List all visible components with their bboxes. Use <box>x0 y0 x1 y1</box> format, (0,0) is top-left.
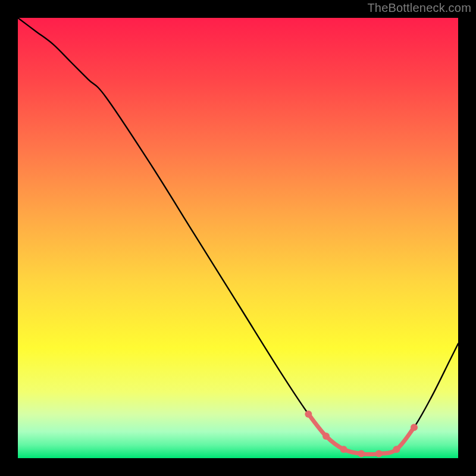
optimal-point <box>375 450 383 458</box>
chart-svg <box>18 18 458 458</box>
optimal-point <box>358 450 365 458</box>
bottleneck-chart <box>18 18 458 458</box>
optimal-point <box>411 424 418 431</box>
plot-background <box>18 18 458 458</box>
optimal-point <box>322 433 330 440</box>
optimal-point <box>305 411 312 418</box>
optimal-point <box>393 446 400 453</box>
optimal-point <box>340 446 347 453</box>
attribution-text: TheBottleneck.com <box>367 1 471 15</box>
